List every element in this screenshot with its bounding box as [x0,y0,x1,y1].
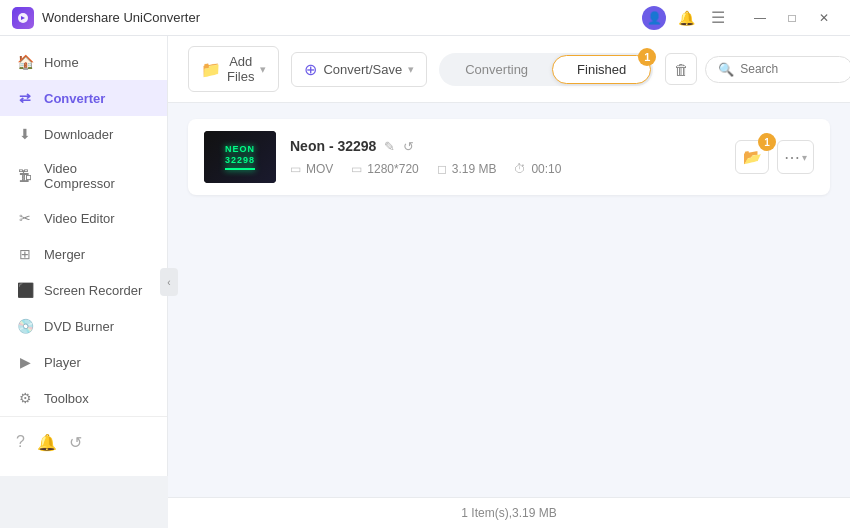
file-format: MOV [306,162,333,176]
dropdown-chevron: ▾ [802,152,807,163]
folder-icon: 📂 [743,148,762,166]
tabs-container: Converting Finished 1 [439,53,653,86]
search-icon: 🔍 [718,62,734,77]
window-controls: — □ ✕ [746,7,838,29]
sidebar-label-toolbox: Toolbox [44,391,89,406]
sidebar-label-home: Home [44,55,79,70]
tab-finished[interactable]: Finished 1 [552,55,651,84]
menu-icon[interactable]: ☰ [706,6,730,30]
toolbar-search-area: 🗑 🔍 [665,53,850,85]
toolbar: 📁 Add Files ▾ ⊕ Convert/Save ▾ Convertin… [168,36,850,103]
convert-save-icon: ⊕ [304,60,317,79]
open-folder-badge: 1 [758,133,776,151]
sidebar-label-dvd-burner: DVD Burner [44,319,114,334]
footer: 1 Item(s),3.19 MB [168,497,850,528]
file-name-row: Neon - 32298 ✎ ↺ [290,138,721,154]
titlebar: Wondershare UniConverter 👤 🔔 ☰ — □ ✕ [0,0,850,36]
sidebar-label-converter: Converter [44,91,105,106]
file-area: NEON32298 Neon - 32298 ✎ ↺ ▭ MOV [168,103,850,497]
file-name: Neon - 32298 [290,138,376,154]
app-body: 🏠 Home ⇄ Converter ⬇ Downloader 🗜 Video … [0,36,850,528]
dvd-burner-icon: 💿 [16,317,34,335]
tab-finished-label: Finished [577,62,626,77]
sidebar-label-video-compressor: Video Compressor [44,161,151,191]
sidebar-bottom-icons: ? 🔔 ↺ [0,427,167,458]
resolution-icon: ▭ [351,162,362,176]
sidebar-bottom: ? 🔔 ↺ [0,416,167,468]
open-folder-button[interactable]: 📂 1 [735,140,769,174]
sidebar-label-merger: Merger [44,247,85,262]
file-card: NEON32298 Neon - 32298 ✎ ↺ ▭ MOV [188,119,830,195]
file-duration: 00:10 [531,162,561,176]
file-resolution: 1280*720 [367,162,418,176]
sidebar: 🏠 Home ⇄ Converter ⬇ Downloader 🗜 Video … [0,36,168,476]
file-format-item: ▭ MOV [290,162,333,176]
add-files-label: Add Files [227,54,254,84]
maximize-button[interactable]: □ [778,7,806,29]
converter-icon: ⇄ [16,89,34,107]
sidebar-item-video-compressor[interactable]: 🗜 Video Compressor [0,152,167,200]
help-icon[interactable]: ? [16,433,25,452]
app-title: Wondershare UniConverter [42,10,642,25]
add-files-icon: 📁 [201,60,221,79]
alert-icon[interactable]: 🔔 [37,433,57,452]
sidebar-label-downloader: Downloader [44,127,113,142]
sidebar-item-toolbox[interactable]: ⚙ Toolbox [0,380,167,416]
edit-icon[interactable]: ✎ [384,139,395,154]
sidebar-label-player: Player [44,355,81,370]
minimize-button[interactable]: — [746,7,774,29]
search-input[interactable] [740,62,840,76]
file-size: 3.19 MB [452,162,497,176]
screen-recorder-icon: ⬛ [16,281,34,299]
sidebar-item-merger[interactable]: ⊞ Merger [0,236,167,272]
home-icon: 🏠 [16,53,34,71]
more-actions-dropdown[interactable]: ⋯ ▾ [777,140,814,174]
file-size-item: ◻ 3.19 MB [437,162,497,176]
sidebar-label-screen-recorder: Screen Recorder [44,283,142,298]
sidebar-item-downloader[interactable]: ⬇ Downloader [0,116,167,152]
sidebar-item-dvd-burner[interactable]: 💿 DVD Burner [0,308,167,344]
sidebar-label-video-editor: Video Editor [44,211,115,226]
tab-badge: 1 [638,48,656,66]
trash-button[interactable]: 🗑 [665,53,697,85]
tab-converting[interactable]: Converting [441,56,552,83]
add-files-dropdown-icon: ▾ [260,63,266,76]
file-duration-item: ⏱ 00:10 [514,162,561,176]
file-thumbnail: NEON32298 [204,131,276,183]
duration-icon: ⏱ [514,162,526,176]
convert-save-label: Convert/Save [323,62,402,77]
sidebar-item-screen-recorder[interactable]: ⬛ Screen Recorder [0,272,167,308]
tab-converting-label: Converting [465,62,528,77]
sidebar-collapse-button[interactable]: ‹ [160,268,178,296]
sidebar-item-player[interactable]: ▶ Player [0,344,167,380]
search-box[interactable]: 🔍 [705,56,850,83]
convert-save-button[interactable]: ⊕ Convert/Save ▾ [291,52,427,87]
refresh-icon[interactable]: ↺ [69,433,82,452]
size-icon: ◻ [437,162,447,176]
sidebar-item-home[interactable]: 🏠 Home [0,44,167,80]
refresh-file-icon[interactable]: ↺ [403,139,414,154]
user-avatar-icon[interactable]: 👤 [642,6,666,30]
format-icon: ▭ [290,162,301,176]
sidebar-wrapper: 🏠 Home ⇄ Converter ⬇ Downloader 🗜 Video … [0,36,168,528]
close-button[interactable]: ✕ [810,7,838,29]
sidebar-item-video-editor[interactable]: ✂ Video Editor [0,200,167,236]
notification-bell-icon[interactable]: 🔔 [674,6,698,30]
footer-summary: 1 Item(s),3.19 MB [461,506,556,520]
file-resolution-item: ▭ 1280*720 [351,162,418,176]
toolbox-icon: ⚙ [16,389,34,407]
convert-dropdown-icon: ▾ [408,63,414,76]
app-logo [12,7,34,29]
video-editor-icon: ✂ [16,209,34,227]
file-info: Neon - 32298 ✎ ↺ ▭ MOV ▭ 1280*720 [290,138,721,176]
more-icon: ⋯ [784,148,800,167]
file-actions: 📂 1 ⋯ ▾ [735,140,814,174]
titlebar-user-icons: 👤 🔔 ☰ [642,6,730,30]
file-meta: ▭ MOV ▭ 1280*720 ◻ 3.19 MB ⏱ [290,162,721,176]
sidebar-item-converter[interactable]: ⇄ Converter [0,80,167,116]
main-content: 📁 Add Files ▾ ⊕ Convert/Save ▾ Convertin… [168,36,850,528]
add-files-button[interactable]: 📁 Add Files ▾ [188,46,279,92]
thumb-text: NEON32298 [225,144,255,166]
merger-icon: ⊞ [16,245,34,263]
player-icon: ▶ [16,353,34,371]
